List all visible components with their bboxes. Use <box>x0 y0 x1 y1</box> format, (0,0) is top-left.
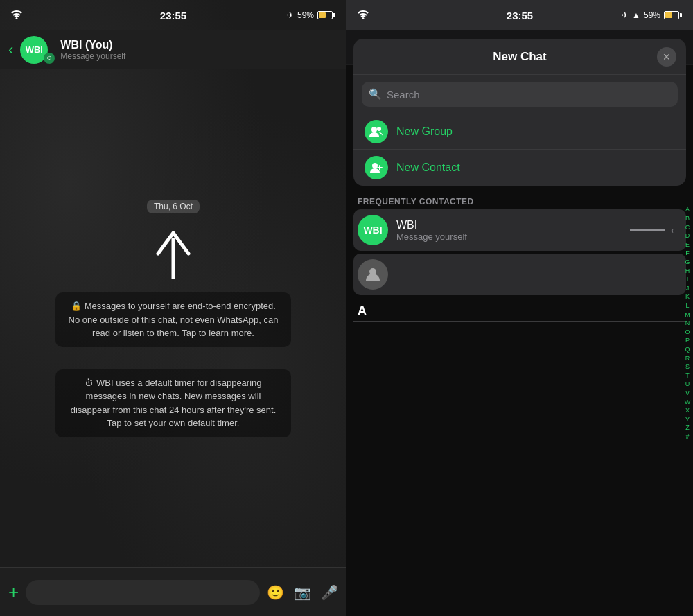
airplane-icon: ✈ <box>287 10 294 20</box>
chat-header: ‹ WBI ⏱ WBI (You) Message yourself <box>0 30 346 69</box>
date-badge: Thu, 6 Oct <box>147 200 200 213</box>
battery-pct-left: 59% <box>297 10 314 20</box>
chat-bottom-bar: + 🙂 📷 🎤 <box>0 567 346 616</box>
alpha-k[interactable]: K <box>685 292 690 301</box>
contact-avatar-empty <box>358 259 388 290</box>
microphone-icon[interactable]: 🎤 <box>321 584 338 601</box>
chat-name: WBI (You) <box>60 39 125 51</box>
alpha-f[interactable]: F <box>685 249 690 258</box>
alpha-h[interactable]: H <box>685 267 690 276</box>
signal-icon-right: ▲ <box>632 10 640 20</box>
battery-icon-left <box>317 11 335 19</box>
camera-icon[interactable]: 📷 <box>294 584 311 601</box>
status-time-left: 23:55 <box>160 10 186 21</box>
alpha-l[interactable]: L <box>685 301 689 310</box>
battery-icon-right <box>664 11 682 19</box>
search-input[interactable]: Search <box>387 89 671 100</box>
alpha-x[interactable]: X <box>685 406 690 415</box>
message-input[interactable] <box>26 580 260 605</box>
right-panel: 23:55 ✈ ▲ 59% Edit Chats ✏ New Chat ✕ <box>346 0 693 616</box>
alpha-a[interactable]: A <box>685 205 690 214</box>
freq-header: FREQUENTLY CONTACTED <box>353 191 686 209</box>
new-contact-option[interactable]: New Contact <box>353 150 686 186</box>
contact-sub-wbi: Message yourself <box>396 231 622 242</box>
contact-avatar-wbi: WBI <box>358 215 388 245</box>
wifi-icon-right <box>358 10 369 21</box>
status-left-icons <box>11 9 22 21</box>
alpha-v[interactable]: V <box>685 389 690 398</box>
avatar-wrap: WBI ⏱ <box>20 36 55 64</box>
status-bar-left: 23:55 ✈ 59% <box>0 0 346 30</box>
alpha-c[interactable]: C <box>685 223 690 232</box>
back-button[interactable]: ‹ <box>8 41 13 59</box>
new-group-label: New Group <box>396 125 453 138</box>
svg-point-1 <box>371 127 377 132</box>
system-message-1[interactable]: 🔒 Messages to yourself are end-to-end en… <box>55 292 291 347</box>
new-chat-close-button[interactable]: ✕ <box>657 47 676 67</box>
new-group-option[interactable]: New Group <box>353 114 686 150</box>
new-contact-label: New Contact <box>396 161 460 174</box>
alpha-b[interactable]: B <box>685 214 690 223</box>
alpha-s[interactable]: S <box>685 362 690 371</box>
system-msg2-text: WBI uses a default timer for disappearin… <box>71 378 277 429</box>
add-attachment-button[interactable]: + <box>8 581 19 603</box>
alpha-t[interactable]: T <box>685 371 690 380</box>
alphabet-index: A B C D E F G H I J K L M N O P Q R S T … <box>682 30 693 616</box>
svg-point-2 <box>377 127 381 131</box>
alpha-m[interactable]: M <box>685 310 690 319</box>
status-right-icons: ✈ 59% <box>287 10 335 20</box>
alpha-u[interactable]: U <box>685 380 690 389</box>
alpha-d[interactable]: D <box>685 231 690 240</box>
status-right-right-icons: ✈ ▲ 59% <box>622 10 682 20</box>
lock-icon: 🔒 <box>71 301 82 311</box>
status-time-right: 23:55 <box>507 10 533 21</box>
new-contact-icon <box>365 156 388 179</box>
new-chat-title: New Chat <box>493 50 546 64</box>
new-chat-modal: New Chat ✕ 🔍 Search <box>353 39 686 186</box>
freq-contact-empty[interactable] <box>353 254 686 295</box>
alpha-e[interactable]: E <box>685 240 690 249</box>
alpha-j[interactable]: J <box>686 284 690 293</box>
new-group-icon <box>365 120 388 143</box>
arrow-icon: ← <box>668 222 682 238</box>
left-panel: 23:55 ✈ 59% ‹ WBI ⏱ WBI (You) Message yo… <box>0 0 346 616</box>
alpha-g[interactable]: G <box>685 258 690 267</box>
system-message-2[interactable]: ⏱ WBI uses a default timer for disappear… <box>55 369 291 437</box>
new-chat-search-bar: 🔍 Search <box>362 82 678 107</box>
up-arrow <box>152 227 194 285</box>
freq-section: FREQUENTLY CONTACTED WBI WBI Message you… <box>353 191 686 298</box>
battery-pct-right: 59% <box>644 10 660 20</box>
new-chat-header: New Chat ✕ <box>353 39 686 75</box>
new-chat-overlay: New Chat ✕ 🔍 Search <box>346 30 693 616</box>
alpha-w[interactable]: W <box>685 398 691 407</box>
section-letter-a: A <box>353 298 686 322</box>
alpha-z[interactable]: Z <box>685 423 690 432</box>
alpha-q[interactable]: Q <box>685 345 690 354</box>
sticker-icon[interactable]: 🙂 <box>267 584 284 601</box>
alpha-y[interactable]: Y <box>685 415 690 424</box>
timer-icon: ⏱ <box>85 378 94 388</box>
alpha-n[interactable]: N <box>685 319 690 328</box>
alpha-hash[interactable]: # <box>685 432 689 441</box>
search-icon: 🔍 <box>369 88 382 100</box>
contact-info-wbi: WBI Message yourself <box>396 219 622 242</box>
alpha-p[interactable]: P <box>685 336 690 345</box>
system-msg1-text: Messages to yourself are end-to-end encr… <box>69 301 279 338</box>
avatar-status-icon: ⏱ <box>44 53 55 64</box>
arrow-indicator: ← <box>630 222 682 238</box>
freq-contact-wbi[interactable]: WBI WBI Message yourself ← <box>353 209 686 251</box>
status-bar-right: 23:55 ✈ ▲ 59% <box>346 0 693 30</box>
status-right-left-icons <box>358 10 369 21</box>
svg-point-3 <box>372 163 378 168</box>
close-icon: ✕ <box>663 51 671 62</box>
airplane-icon-right: ✈ <box>622 10 629 20</box>
chat-subtitle: Message yourself <box>60 51 125 61</box>
alpha-i[interactable]: I <box>687 275 689 284</box>
alpha-o[interactable]: O <box>685 328 690 337</box>
wifi-icon <box>11 9 22 21</box>
contact-name-wbi: WBI <box>396 219 622 231</box>
alpha-r[interactable]: R <box>685 354 690 363</box>
chat-body: Thu, 6 Oct 🔒 Messages to yourself are en… <box>0 69 346 567</box>
bottom-icons: 🙂 📷 🎤 <box>267 584 338 601</box>
